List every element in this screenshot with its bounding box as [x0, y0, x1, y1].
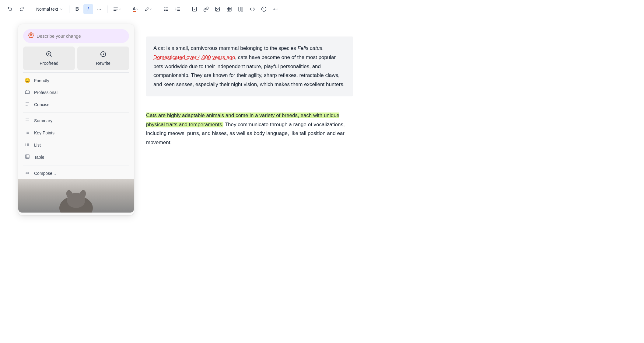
cat-image [18, 179, 134, 213]
table-button[interactable] [224, 4, 234, 14]
menu-item-friendly[interactable]: 😊 Friendly [18, 74, 134, 86]
ai-search-bar [23, 29, 129, 43]
svg-rect-24 [241, 7, 243, 11]
proofread-label: Proofread [40, 61, 58, 66]
svg-rect-18 [227, 7, 232, 11]
undo-button[interactable] [5, 4, 15, 14]
columns-button[interactable] [236, 4, 246, 14]
proofread-button[interactable]: Proofread [23, 47, 75, 70]
text-block-2: Cats are highly adaptable animals and co… [146, 104, 353, 154]
key-points-icon [24, 130, 30, 136]
svg-point-7 [164, 9, 165, 9]
concise-icon [24, 102, 30, 108]
list-icon [24, 142, 30, 148]
para1-start: A cat is a small, carnivorous mammal bel… [153, 45, 297, 51]
editor-area: A cat is a small, carnivorous mammal bel… [146, 30, 353, 154]
toolbar: Normal text B I ··· A 🖊 123 [0, 0, 644, 18]
checkbox-button[interactable] [189, 4, 200, 14]
svg-point-8 [164, 10, 165, 11]
font-color-button[interactable]: A [130, 4, 142, 14]
para1-italic: Felis catus [297, 45, 322, 51]
bullet-list-button[interactable] [161, 4, 171, 14]
svg-rect-53 [26, 155, 29, 158]
compose-icon: ✏ [24, 170, 30, 176]
ai-popup: Proofread Rewrite 😊 Friendly [18, 24, 134, 215]
list-label: List [34, 143, 41, 147]
svg-point-17 [217, 8, 217, 9]
svg-text:3: 3 [176, 9, 177, 11]
svg-point-50 [26, 143, 26, 144]
image-button[interactable] [212, 4, 223, 14]
separator-1 [30, 5, 30, 13]
separator-2 [69, 5, 69, 13]
ai-actions: Proofread Rewrite [23, 47, 129, 70]
svg-point-6 [164, 7, 165, 8]
divider-3 [23, 165, 129, 165]
menu-item-list[interactable]: List [18, 139, 134, 151]
code-button[interactable] [247, 4, 257, 14]
separator-6 [186, 5, 186, 13]
menu-item-key-points[interactable]: Key Points [18, 127, 134, 139]
menu-item-summary[interactable]: Summary [18, 115, 134, 127]
menu-item-table[interactable]: Table [18, 151, 134, 163]
main-content: Proofread Rewrite 😊 Friendly [0, 18, 644, 167]
separator-5 [158, 5, 158, 13]
proofread-icon [46, 51, 52, 59]
menu-item-compose[interactable]: ✏ Compose... [18, 167, 134, 179]
text-style-dropdown[interactable]: Normal text [33, 5, 66, 13]
bold-button[interactable]: B [72, 4, 82, 14]
rewrite-icon [100, 51, 107, 59]
svg-point-28 [30, 35, 32, 36]
add-button[interactable]: + [270, 4, 281, 14]
ai-search-input[interactable] [37, 33, 124, 39]
more-formatting-button[interactable]: ··· [94, 4, 104, 14]
para1-red: Domesticated over 4,000 years ago [153, 54, 235, 60]
rewrite-button[interactable]: Rewrite [77, 47, 129, 70]
paragraph-1: A cat is a small, carnivorous mammal bel… [153, 44, 346, 89]
concise-label: Concise [34, 102, 50, 107]
friendly-icon: 😊 [24, 78, 30, 83]
key-points-label: Key Points [34, 130, 54, 135]
paragraph-2: Cats are highly adaptable animals and co… [146, 111, 353, 147]
summary-label: Summary [34, 118, 52, 123]
table-label: Table [34, 155, 44, 160]
align-button[interactable] [110, 4, 124, 14]
svg-point-51 [26, 144, 26, 145]
text-style-label: Normal text [36, 7, 58, 12]
ai-settings-icon [28, 32, 34, 40]
link-button[interactable] [201, 4, 211, 14]
highlight-button[interactable]: 🖊 [142, 4, 155, 14]
svg-point-52 [26, 145, 26, 146]
rewrite-label: Rewrite [96, 61, 110, 66]
professional-icon [24, 89, 30, 95]
info-button[interactable] [259, 4, 269, 14]
svg-rect-23 [239, 7, 240, 11]
friendly-label: Friendly [34, 78, 49, 83]
text-block-1: A cat is a small, carnivorous mammal bel… [146, 36, 353, 96]
ordered-list-button[interactable]: 123 [173, 4, 183, 14]
redo-button[interactable] [16, 4, 27, 14]
italic-button[interactable]: I [83, 4, 93, 14]
svg-line-30 [50, 55, 51, 57]
professional-label: Professional [34, 90, 58, 95]
summary-icon [24, 118, 30, 124]
divider-1 [23, 72, 129, 73]
separator-4 [127, 5, 127, 13]
table-menu-icon [24, 154, 30, 160]
divider-2 [23, 113, 129, 113]
menu-item-professional[interactable]: Professional [18, 86, 134, 99]
menu-item-concise[interactable]: Concise [18, 99, 134, 111]
separator-3 [107, 5, 107, 13]
compose-label: Compose... [34, 171, 56, 176]
svg-rect-35 [25, 91, 29, 94]
